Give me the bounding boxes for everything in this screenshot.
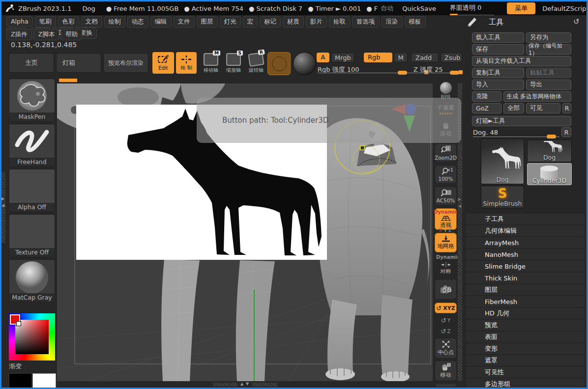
tool-thumbnail-dog-large[interactable]: Dog — [481, 139, 524, 184]
subpalette-visibility[interactable]: 可见性 — [466, 367, 585, 378]
tool-thumbnail-dog-small[interactable]: Dog — [527, 139, 572, 162]
actual-size-button[interactable]: ×1 100% — [435, 165, 457, 184]
subpalette-hd-geometry[interactable]: HD 几何 — [466, 308, 585, 319]
menu-item[interactable]: 编辑 — [150, 16, 172, 28]
material-swatch[interactable] — [267, 52, 291, 75]
tool-thumbnail-simplebrush[interactable]: S SimpleBrush — [481, 186, 524, 208]
rotate-axis-button[interactable]: R 旋转轴 — [246, 53, 266, 74]
rotate-z-button[interactable]: ↺ Z — [435, 326, 457, 336]
reset-palette-icon[interactable]: ↺ — [573, 17, 580, 26]
left-panel-scroll-right-icon[interactable]: ▶ — [1, 197, 4, 201]
m-button[interactable]: M — [394, 53, 408, 62]
rotate-xyz-button[interactable]: ↺ XYZ — [435, 303, 457, 313]
menu-item[interactable]: 文件 — [174, 16, 195, 28]
subpalette-geometry[interactable]: 几何体编辑 — [466, 225, 585, 236]
menu-item[interactable]: 动态 — [127, 16, 148, 28]
z-intensity-slider[interactable]: Z 强度 25 — [413, 64, 463, 74]
save-increment-button[interactable]: 保存（编号加 1） — [526, 44, 571, 55]
goz-all-button[interactable]: 全部 — [503, 103, 524, 113]
color-picker[interactable] — [9, 313, 55, 361]
menu-item[interactable]: 材质 — [283, 16, 304, 28]
scale-axis-button[interactable]: S 缩放轴 — [223, 53, 244, 74]
stroke-selector[interactable]: FreeHand — [9, 124, 55, 167]
subpalette-nanomesh[interactable]: NanoMesh — [466, 249, 585, 260]
paste-tool-button[interactable]: 粘贴工具 — [526, 68, 571, 78]
menu-item-help[interactable]: 帮助 — [61, 29, 82, 40]
current-color-sphere[interactable] — [293, 52, 316, 75]
lightbox-indicator[interactable] — [59, 79, 77, 82]
clone-button[interactable]: 克隆 — [472, 91, 501, 102]
active-tool-slider-handle[interactable] — [547, 135, 556, 139]
save-button[interactable]: 保存 — [472, 44, 524, 55]
right-divider-collapse-icon[interactable]: ◀ — [458, 204, 461, 208]
goz-r-button[interactable]: R — [562, 103, 571, 113]
move-axis-button[interactable]: M 移动轴 — [201, 53, 221, 74]
goz-button[interactable]: GoZ — [472, 103, 501, 113]
menu-item[interactable]: 灯光 — [220, 16, 241, 28]
left-panel-scroll-left-icon[interactable]: ◀ — [1, 204, 4, 208]
subpalette-thick-skin[interactable]: Thick Skin — [466, 273, 585, 283]
subpalette-surface[interactable]: 表面 — [466, 332, 585, 342]
zadd-button[interactable]: Zadd — [411, 53, 439, 62]
right-divider-expand-icon[interactable]: ▶ — [458, 197, 461, 201]
alpha-selector[interactable]: Alpha Off — [9, 169, 55, 212]
lightbox-button[interactable]: 灯箱 — [56, 53, 101, 73]
menu-item[interactable]: 首选项 — [352, 16, 380, 28]
pan-move-button[interactable]: 移动 — [435, 361, 457, 381]
z-intensity-handle[interactable] — [450, 71, 459, 75]
mrgb-button[interactable]: Mrgb — [331, 53, 354, 62]
camera-lock-button[interactable] — [435, 279, 457, 300]
subpalette-subtool[interactable]: 子工具 — [466, 214, 585, 224]
brush-selector[interactable]: MaskPen — [9, 79, 55, 122]
rgb-button[interactable]: Rgb — [364, 53, 392, 62]
menu-item[interactable]: 宏 — [243, 16, 258, 28]
default-zscript-button[interactable]: DefaultZScript — [542, 5, 588, 12]
subpalette-arraymesh[interactable]: ArrayMesh — [466, 237, 585, 248]
anti-aliasing-button[interactable]: A — [317, 53, 329, 62]
canvas-hscroll-right[interactable] — [252, 383, 277, 387]
copy-tool-button[interactable]: 复制工具 — [472, 68, 524, 78]
floor-grid-button[interactable]: 地网格 — [435, 233, 457, 252]
perspective-button[interactable]: Dynamic 透视 — [435, 208, 457, 230]
menu-toggle-button[interactable]: 菜单 — [507, 2, 535, 14]
menu-item[interactable]: 笔刷 — [35, 16, 56, 28]
subpalette-fibermesh[interactable]: FiberMesh — [466, 296, 585, 307]
menu-item-zscript[interactable]: Z脚本 — [34, 29, 59, 40]
import-button[interactable]: 导入 — [472, 80, 524, 90]
export-button[interactable]: 导出 — [526, 80, 571, 90]
ui-transparency-slider[interactable]: 界面透明 0 — [450, 3, 481, 13]
menu-item[interactable]: 图层 — [197, 16, 218, 28]
canvas-scroll-up-icon[interactable]: ▲ — [240, 382, 243, 386]
subpalette-preview[interactable]: 预览 — [466, 320, 585, 331]
subpalette-slime-bridge[interactable]: Slime Bridge — [466, 261, 585, 272]
sv-cursor[interactable] — [16, 321, 21, 326]
subpalette-layers[interactable]: 图层 — [466, 284, 585, 295]
menu-item[interactable]: 影片 — [306, 16, 327, 28]
rotate-y-button[interactable]: ↺ Y — [435, 315, 457, 325]
subpalette-masking[interactable]: 遮罩 — [466, 355, 585, 366]
menu-item[interactable]: 绘制 — [104, 16, 125, 28]
edit-mode-button[interactable]: Edit — [152, 52, 174, 74]
rgb-intensity-handle[interactable] — [398, 71, 407, 75]
z-intensity-nub[interactable] — [459, 70, 463, 74]
material-selector[interactable]: MatCap Gray — [9, 259, 55, 303]
menu-item[interactable]: 拾取 — [329, 16, 350, 28]
home-button[interactable]: 主页 — [9, 53, 54, 73]
subpalette-deformation[interactable]: 变形 — [466, 343, 585, 354]
draw-mode-button[interactable]: 绘 制 — [176, 52, 197, 74]
menu-item[interactable]: 文档 — [81, 16, 102, 28]
menu-item[interactable]: 模板 — [405, 16, 426, 28]
save-as-button[interactable]: 另存为 — [526, 32, 571, 43]
antialiased-half-button[interactable]: AC50% — [435, 187, 457, 205]
load-tool-button[interactable]: 载入工具 — [472, 32, 524, 43]
tool-thumbnail-cylinder3d[interactable]: Cylinder3D — [527, 163, 572, 185]
zoom2d-button[interactable]: Zoom2D — [435, 143, 457, 162]
canvas-hscroll-left[interactable] — [213, 383, 237, 387]
texture-selector[interactable]: Texture Off — [9, 214, 55, 257]
active-tool-slider[interactable]: Dog. 48 — [473, 127, 559, 138]
main-color-swatch[interactable] — [9, 373, 32, 389]
quicksave-button[interactable]: QuickSave — [402, 5, 436, 12]
frame-center-button[interactable]: 中心点 — [435, 338, 457, 359]
zoom-button-partial[interactable] — [435, 383, 457, 388]
symmetry-button[interactable]: 对称 — [435, 261, 457, 277]
